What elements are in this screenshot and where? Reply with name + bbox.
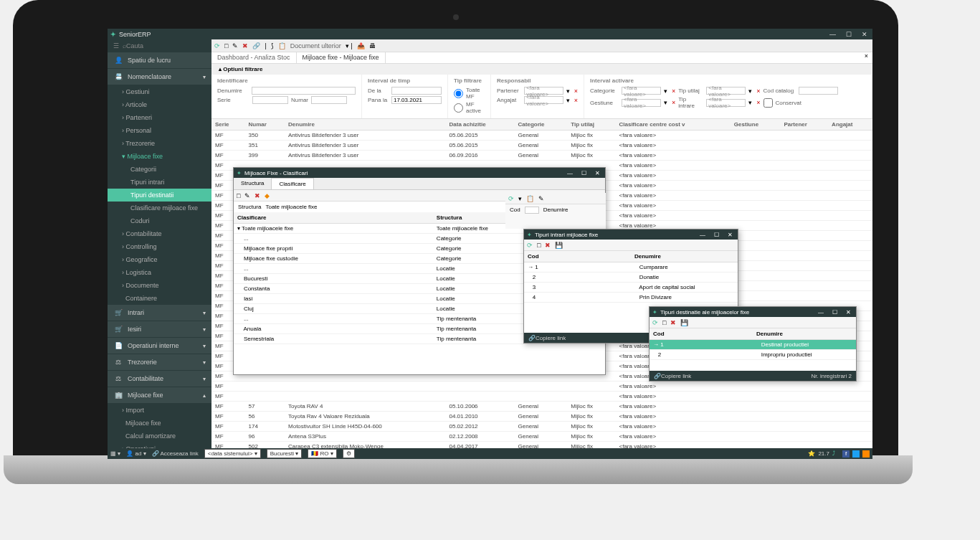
modal-titlebar[interactable]: ✦ Tipuri destinatie ale mijloacelor fixe… (650, 307, 856, 317)
twitter-icon[interactable] (852, 450, 860, 458)
sidebar-item-containere[interactable]: Containere (108, 292, 211, 305)
doc-button[interactable]: Document ulterior (290, 42, 341, 49)
dropdown-icon[interactable]: ▾ (748, 87, 752, 95)
table-row[interactable]: 3 Aport de capital social (524, 283, 738, 293)
sidebar-item-tipuri-intrari[interactable]: Tipuri intrari (108, 176, 211, 189)
clear-icon[interactable]: × (756, 99, 760, 106)
table-row[interactable]: MF56Toyota Rav 4 Valoare Reziduala04.01.… (211, 412, 872, 422)
print-icon[interactable]: 🖶 (369, 42, 376, 49)
sidebar-section-operatiuni[interactable]: 📄Operatiuni interne▾ (108, 338, 211, 354)
denumire-input[interactable] (252, 87, 356, 95)
config-button[interactable]: ⚙ (343, 449, 355, 458)
clear-icon[interactable]: × (574, 87, 578, 95)
table-row[interactable]: MF399Antivirus Bitdefender 3 user06.09.2… (211, 151, 872, 161)
close-icon[interactable]: ✕ (593, 170, 602, 176)
date-select[interactable]: <data sistemului> ▾ (204, 449, 261, 458)
dropdown-icon[interactable]: ▾ (748, 99, 752, 106)
sidebar-item-gestiuni[interactable]: › Gestiuni (108, 85, 211, 98)
sidebar-item-documente[interactable]: › Documente (108, 279, 211, 292)
edit-icon[interactable]: ✎ (232, 42, 238, 49)
modal-titlebar[interactable]: ✦ Mijloace Fixe - Clasificari —☐✕ (234, 168, 605, 178)
dropdown-icon[interactable]: ▾ (664, 99, 667, 106)
clear-icon[interactable]: × (756, 87, 760, 95)
table-row[interactable]: MF502Carapea C3 extensibila Moko-Wenge04… (211, 442, 872, 449)
save-icon[interactable]: 💾 (680, 319, 688, 326)
lang-select[interactable]: 🇷🇴 RO ▾ (308, 449, 336, 458)
close-icon[interactable]: ✕ (726, 232, 735, 238)
dropdown-icon[interactable]: ▾ (566, 87, 570, 95)
tipintrare-select[interactable]: <fara valoare> (706, 99, 746, 107)
copy-icon[interactable]: 📋 (526, 195, 534, 202)
delete-icon[interactable]: ✖ (670, 319, 676, 326)
column-header[interactable]: Data achizitie (445, 119, 514, 131)
location-select[interactable]: Bucuresti ▾ (267, 449, 303, 458)
apps-icon[interactable]: ▦ ▾ (110, 450, 120, 457)
table-row[interactable]: → 1 Cumparare (524, 262, 738, 273)
sidebar-item-tipuri-destinatii[interactable]: Tipuri destinatii (108, 189, 211, 202)
delete-icon[interactable]: ✖ (242, 42, 248, 49)
minimize-icon[interactable]: — (698, 232, 708, 238)
sidebar-item-coduri[interactable]: Coduri (108, 214, 211, 227)
sidebar-section-intrari[interactable]: 🛒Intrari▾ (108, 305, 211, 321)
tab-close-icon[interactable]: × (860, 52, 872, 63)
maximize-icon[interactable]: ☐ (830, 309, 839, 316)
link-icon[interactable]: 🔗 (252, 42, 260, 49)
edit-icon[interactable]: ✎ (538, 195, 544, 202)
modal-titlebar[interactable]: ✦ Tipuri intrari mijloace fixe —☐✕ (524, 229, 738, 240)
minimize-icon[interactable]: — (565, 170, 575, 176)
refresh-icon[interactable]: ⟳ (214, 42, 220, 49)
panala-input[interactable] (391, 96, 442, 104)
rss-icon[interactable] (862, 450, 870, 458)
minimize-icon[interactable]: — (816, 309, 826, 316)
dropdown-icon[interactable]: ▾ (566, 97, 570, 104)
clear-icon[interactable]: × (574, 97, 578, 104)
conservat-checkbox[interactable] (763, 98, 773, 108)
clear-icon[interactable]: × (672, 87, 675, 95)
export-icon[interactable]: 📤 (357, 42, 365, 49)
clipboard-icon[interactable]: 📋 (278, 42, 286, 49)
sidebar-item-controlling[interactable]: › Controlling (108, 240, 211, 253)
sidebar-item-articole[interactable]: › Articole (108, 98, 211, 111)
sidebar-item-parteneri[interactable]: › Parteneri (108, 111, 211, 124)
codcatalog-input[interactable] (799, 87, 838, 95)
save-icon[interactable]: 💾 (555, 242, 563, 249)
refresh-icon[interactable]: ⟳ (508, 195, 514, 202)
share-icon[interactable]: ⤴ (832, 450, 839, 458)
table-row[interactable]: 2 Impropriu productiei (650, 350, 856, 360)
column-header[interactable]: Numar (244, 119, 285, 131)
table-row[interactable]: MF<fara valoare> (211, 382, 872, 392)
column-header[interactable]: Angajat (828, 119, 872, 131)
filter-icon[interactable]: ⟆ (271, 42, 274, 49)
sidebar-item-clasificare-mf[interactable]: Clasificare mijloace fixe (108, 202, 211, 214)
sidebar-item-logistica[interactable]: › Logistica (108, 266, 211, 279)
column-header[interactable]: Gestiune (731, 119, 781, 131)
tool-icon[interactable]: ◆ (265, 192, 270, 199)
close-icon[interactable]: ✕ (844, 309, 853, 316)
filter-header[interactable]: ▴ Optiuni filtrare (211, 64, 872, 75)
table-row[interactable]: MF96Antena S3Plus02.12.2008GeneralMijloc… (211, 432, 872, 442)
new-icon[interactable]: □ (537, 242, 541, 249)
table-row[interactable]: MF351Antivirus Bitdefender 3 user05.06.2… (211, 141, 872, 151)
modal-grid[interactable]: CodDenumire→ 1 Destinat productiei 2 Imp… (650, 328, 856, 371)
new-icon[interactable]: □ (662, 319, 666, 326)
column-header[interactable]: Denumire (631, 251, 738, 262)
star-icon[interactable]: ⭐ (808, 450, 815, 457)
sidebar-item-mf2[interactable]: Mijloace fixe (108, 417, 211, 430)
column-header[interactable]: Categorie (515, 119, 568, 131)
edit-icon[interactable]: ✎ (244, 192, 250, 199)
delete-icon[interactable]: ✖ (545, 242, 551, 249)
facebook-icon[interactable]: f (842, 450, 850, 458)
copiere-link[interactable]: Copiere link (661, 373, 691, 379)
close-icon[interactable]: ✕ (860, 31, 870, 38)
refresh-icon[interactable]: ⟳ (527, 242, 533, 249)
sidebar-item-mijloace-fixe[interactable]: ▾ Mijloace fixe (108, 150, 211, 163)
new-icon[interactable]: □ (224, 42, 228, 49)
sidebar-item-categorii[interactable]: Categorii (108, 163, 211, 176)
sidebar-section-trezorerie2[interactable]: ⚖Trezorerie▾ (108, 354, 211, 371)
column-header[interactable]: Cod (650, 328, 753, 340)
table-row[interactable]: MF<fara valoare> (211, 392, 872, 402)
clear-icon[interactable]: × (672, 99, 675, 106)
tab-clasificare[interactable]: Clasificare (271, 178, 313, 189)
tiputilaj-select[interactable]: <fara valoare> (706, 87, 746, 95)
column-header[interactable]: Clasificare centre cost v (615, 119, 730, 131)
